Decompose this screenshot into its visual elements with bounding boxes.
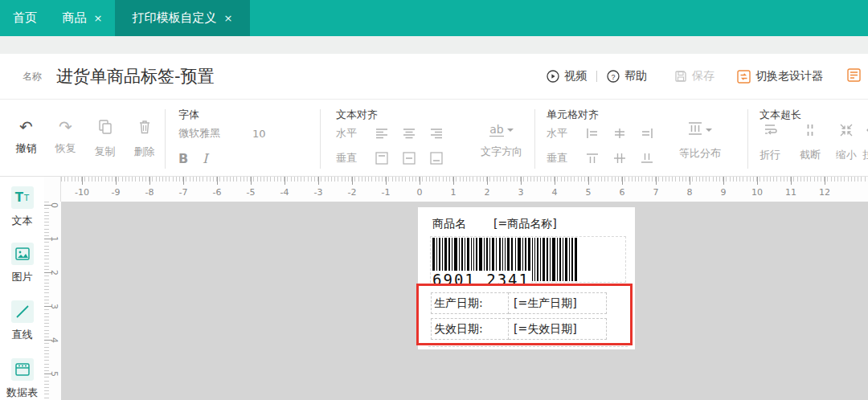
caret-down-icon [706,129,712,132]
align-left-icon[interactable] [368,128,395,139]
undo-button[interactable]: ↶ 撤销 [6,119,46,159]
tab-print-template-label: 打印模板自定义 [133,10,217,26]
undo-icon: ↶ [19,119,33,135]
tab-print-template[interactable]: 打印模板自定义 × [115,0,250,36]
caret-down-icon [507,129,514,132]
close-icon[interactable]: × [94,13,103,23]
stretch-button-clipped[interactable]: 拉伸 [862,124,868,162]
help-button[interactable]: ? 帮助 [607,69,647,84]
expiry-date-row[interactable]: 失效日期: [=失效日期] [431,318,607,340]
product-name-label: 商品名 [432,217,466,231]
data-table-tool-icon [11,358,34,381]
vertical-label: 垂直 [336,151,368,165]
text-direction-label: 文字方向 [481,145,522,159]
truncate-button[interactable]: 截断 [800,124,821,162]
title-bar: 名称 进货单商品标签-预置 视频 ? 帮助 保存 切换老设计 [0,54,868,100]
h-ruler: -10-9-8-7-6-5-4-3-2-10123456789101112 [61,177,868,202]
text-tool-icon: TT [11,186,34,209]
text-direction-button[interactable]: ab 文字方向 [481,124,522,159]
font-size-select[interactable]: 10 [252,128,266,140]
label-template[interactable]: 商品名 [=商品名称] 6901 2341 生产日期: [=生产日期] 失效日期… [418,207,635,349]
name-label: 名称 [23,70,42,84]
line-tool[interactable]: 直线 [0,300,44,342]
distribute-label: 等比分布 [679,146,721,161]
valign-top-icon[interactable] [368,152,395,165]
cell-align-section: 单元格对齐 水平 垂直 [547,100,743,177]
save-floppy-icon [674,70,687,83]
text-overflow-section: 文本超长 折行 截断 缩小 拉伸 [760,100,868,177]
divider [596,71,597,82]
page-title: 进货单商品标签-预置 [56,65,215,88]
switch-designer-icon [737,70,751,84]
question-circle-icon: ? [607,70,620,83]
cell-valign-bottom-icon[interactable] [633,153,661,164]
truncate-icon [804,124,817,140]
vertical-label: 垂直 [547,151,579,165]
valign-bottom-icon[interactable] [423,152,450,165]
line-tool-icon [11,300,34,323]
cell-valign-top-icon[interactable] [579,153,606,164]
template-canvas[interactable]: 商品名 [=商品名称] 6901 2341 生产日期: [=生产日期] 失效日期… [61,202,868,400]
barcode-digits[interactable]: 6901 2341 [431,271,531,288]
expiry-date-label: 失效日期: [431,318,509,340]
history-group: ↶ 撤销 ↷ 恢复 复制 删除 [6,119,164,159]
image-tool-icon [11,243,34,265]
page-background-strip [0,36,868,54]
design-area: TT 文本 图片 直线 数据表 -10-9-8-7-6-5-4-3-2-1012… [0,177,868,400]
designer-toolbar: ↶ 撤销 ↷ 恢复 复制 删除 字体 微软雅黑 10 B I [0,100,868,177]
production-date-row[interactable]: 生产日期: [=生产日期] [431,292,607,314]
divider [747,109,748,169]
switch-old-label: 切换老设计器 [755,69,823,84]
divider [320,109,321,169]
redo-icon: ↷ [59,119,72,135]
italic-button[interactable]: I [203,151,207,166]
video-button[interactable]: 视频 [547,69,587,84]
distribute-evenly-button[interactable]: 等比分布 [679,122,721,161]
align-center-icon[interactable] [395,128,423,139]
title-actions: 视频 ? 帮助 保存 切换老设计器 [547,54,868,99]
tab-products[interactable]: 商品 × [50,0,115,36]
shrink-icon [840,124,853,140]
play-circle-icon [547,70,559,83]
font-family-select[interactable]: 微软雅黑 [178,126,252,141]
redo-button[interactable]: ↷ 恢复 [46,119,85,159]
text-align-section: 文本对齐 水平 垂直 ab 文字方向 [336,100,529,177]
tab-home[interactable]: 首页 [0,0,50,36]
text-tool[interactable]: TT 文本 [0,186,44,228]
help-label: 帮助 [624,69,647,84]
clipped-action-icon[interactable] [847,68,868,85]
data-table-tool[interactable]: 数据表 [0,358,44,400]
product-name-row[interactable]: 商品名 [=商品名称] [432,217,557,231]
copy-icon [98,119,113,138]
save-button[interactable]: 保存 [674,69,714,84]
text-overflow-header: 文本超长 [760,108,801,122]
top-tab-bar: 首页 商品 × 打印模板自定义 × [0,0,868,36]
text-direction-icon: ab [489,124,503,137]
production-date-label: 生产日期: [431,292,509,314]
valign-middle-icon[interactable] [395,152,423,165]
production-date-field: [=生产日期] [509,292,607,314]
cell-align-left-icon[interactable] [579,128,606,139]
expiry-date-field: [=失效日期] [509,318,607,340]
align-right-icon[interactable] [423,128,450,139]
video-label: 视频 [564,69,587,84]
close-icon[interactable]: × [224,13,233,23]
switch-old-designer-button[interactable]: 切换老设计器 [737,69,823,84]
delete-button[interactable]: 删除 [125,119,164,159]
copy-button[interactable]: 复制 [85,119,125,159]
cell-align-center-icon[interactable] [606,128,633,139]
shrink-button[interactable]: 缩小 [836,124,857,162]
horizontal-label: 水平 [547,126,579,141]
ruler-corner [44,177,61,202]
bold-button[interactable]: B [178,151,203,166]
trash-icon [137,119,152,138]
svg-text:?: ? [611,73,615,81]
image-tool[interactable]: 图片 [0,243,44,284]
divider [165,109,166,169]
horizontal-label: 水平 [336,126,368,141]
cell-align-header: 单元格对齐 [547,108,599,122]
cell-valign-middle-icon[interactable] [606,153,633,164]
cell-align-right-icon[interactable] [633,128,661,139]
tab-products-label: 商品 [63,10,87,26]
wrap-line-button[interactable]: 折行 [760,124,780,162]
